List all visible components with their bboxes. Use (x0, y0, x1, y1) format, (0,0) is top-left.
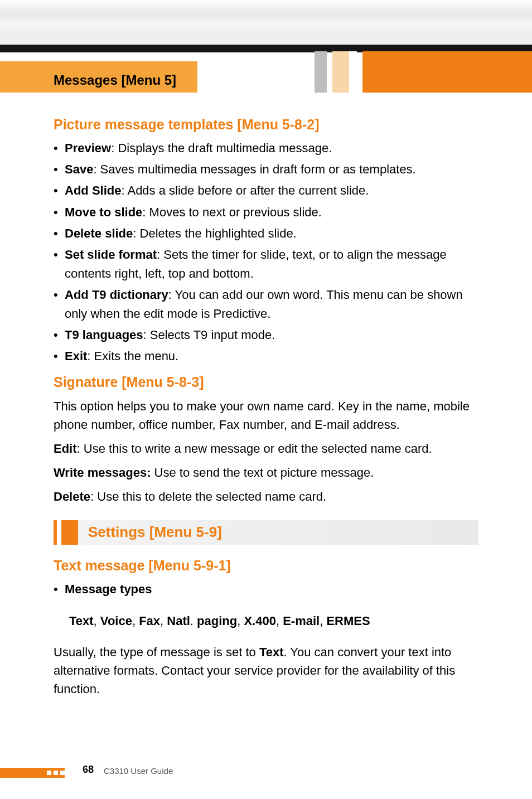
picture-templates-list: Preview: Displays the draft multimedia m… (54, 139, 478, 366)
list-term: Add T9 dictionary (65, 288, 168, 302)
guide-label: C3310 User Guide (104, 766, 173, 776)
list-term: Exit (65, 349, 87, 363)
list-item: Delete slide: Deletes the highlighted sl… (54, 224, 478, 243)
document-page: Messages [Menu 5] Picture message templa… (0, 0, 532, 799)
list-item: Set slide format: Sets the timer for sli… (54, 245, 478, 283)
section-heading-settings: Settings [Menu 5-9] (88, 524, 222, 541)
list-item: T9 languages: Selects T9 input mode. (54, 326, 478, 345)
header-orange-bar (362, 51, 532, 93)
list-term: T9 languages (65, 328, 143, 342)
signature-delete: Delete: Use this to delete the selected … (54, 487, 478, 506)
list-item: Preview: Displays the draft multimedia m… (54, 139, 478, 158)
list-term: Preview (65, 141, 111, 155)
signature-delete-term: Delete (54, 490, 90, 503)
header-tick-gap (349, 51, 357, 93)
list-term: Move to slide (65, 205, 142, 219)
signature-edit-term: Edit (54, 442, 77, 456)
list-item: Save: Saves multimedia messages in draft… (54, 160, 478, 179)
section-band-marker (54, 520, 57, 545)
list-term: Delete slide (65, 226, 133, 240)
section-band-marker (61, 520, 78, 545)
text-message-list: Message types (54, 580, 478, 599)
signature-intro: This option helps you to make your own n… (54, 397, 478, 434)
list-item: Exit: Exits the menu. (54, 347, 478, 366)
page-title: Messages [Menu 5] (54, 72, 176, 88)
list-desc: : Moves to next or previous slide. (142, 205, 322, 219)
tab-notch (197, 80, 210, 93)
list-term: Set slide format (65, 248, 157, 262)
signature-write-term: Write messages: (54, 466, 151, 480)
list-item: Message types (54, 580, 478, 599)
signature-edit: Edit: Use this to write a new message or… (54, 439, 478, 458)
list-desc: : Exits the menu. (87, 349, 178, 363)
page-title-tab: Messages [Menu 5] (0, 61, 197, 93)
text-body-pre: Usually, the type of message is set to (54, 645, 259, 659)
list-desc: : Adds a slide before or after the curre… (121, 183, 369, 197)
header-tick-pale-orange (332, 51, 349, 93)
text-message-body: Usually, the type of message is set to T… (54, 643, 478, 698)
list-term: Save (65, 162, 93, 176)
message-types-values: Text, Voice, Fax, Natl. paging, X.400, E… (69, 611, 478, 631)
footer-bar-icon (0, 768, 65, 778)
text-body-bold: Text (259, 645, 284, 659)
section-heading-signature: Signature [Menu 5-8-3] (54, 374, 478, 391)
page-number: 68 (83, 764, 94, 776)
content-area: Picture message templates [Menu 5-8-2] P… (54, 108, 478, 704)
section-band-settings: Settings [Menu 5-9] (54, 520, 478, 545)
section-heading-picture-templates: Picture message templates [Menu 5-8-2] (54, 116, 478, 133)
section-heading-text-message: Text message [Menu 5-9-1] (54, 557, 478, 574)
list-item: Add Slide: Adds a slide before or after … (54, 181, 478, 200)
list-item: Add T9 dictionary: You can add our own w… (54, 285, 478, 323)
list-desc: : Displays the draft multimedia message. (111, 141, 332, 155)
signature-write: Write messages: Use to send the text ot … (54, 463, 478, 482)
signature-write-desc: Use to send the text ot picture message. (151, 466, 374, 480)
signature-edit-desc: : Use this to write a new message or edi… (77, 442, 432, 456)
list-desc: : Saves multimedia messages in draft for… (93, 162, 415, 176)
list-item: Move to slide: Moves to next or previous… (54, 203, 478, 222)
list-desc: : Deletes the highlighted slide. (133, 226, 297, 240)
list-term: Add Slide (65, 183, 121, 197)
list-term: Message types (65, 582, 152, 596)
signature-delete-desc: : Use this to delete the selected name c… (90, 490, 326, 503)
header-tick-grey (315, 51, 327, 93)
list-desc: : Selects T9 input mode. (143, 328, 275, 342)
